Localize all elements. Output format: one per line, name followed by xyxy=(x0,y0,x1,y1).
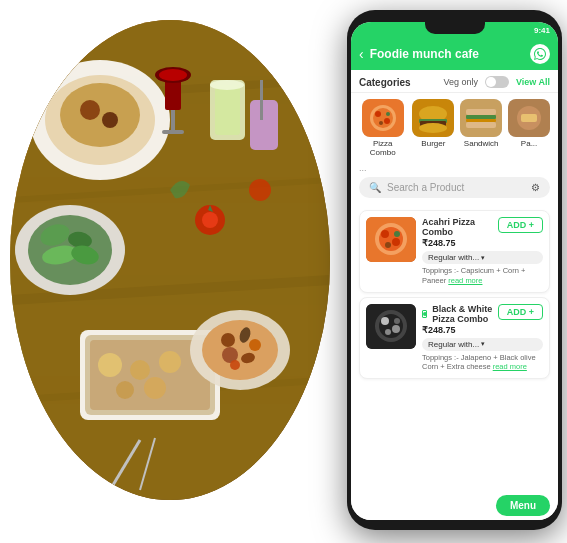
category-item-pizza[interactable]: Pizza Combo xyxy=(359,99,406,157)
svg-point-46 xyxy=(249,179,271,201)
svg-rect-60 xyxy=(466,109,496,115)
svg-rect-41 xyxy=(260,80,263,120)
phone-screen: 9:41 ‹ Foodie munch cafe Categories Veg … xyxy=(351,22,558,520)
food-image xyxy=(10,20,330,500)
product-row-1: Acahri Pizza Combo ADD + ₹248.75 Regular… xyxy=(366,217,543,286)
svg-point-24 xyxy=(98,353,122,377)
svg-point-70 xyxy=(381,230,389,238)
svg-point-39 xyxy=(210,80,244,90)
more-categories-indicator: ... xyxy=(351,163,558,173)
svg-rect-38 xyxy=(215,85,240,135)
category-img-other xyxy=(508,99,550,137)
svg-point-78 xyxy=(392,325,400,333)
svg-point-33 xyxy=(249,339,261,351)
categories-label: Categories xyxy=(359,77,411,88)
phone-mockup: 9:41 ‹ Foodie munch cafe Categories Veg … xyxy=(347,10,562,530)
svg-point-36 xyxy=(230,360,240,370)
product-name-2: Black & White Pizza Combo xyxy=(432,304,497,324)
search-bar[interactable]: 🔍 Search a Product ⚙ xyxy=(359,177,550,198)
read-more-1[interactable]: read more xyxy=(448,276,482,285)
svg-rect-20 xyxy=(162,130,184,134)
svg-point-28 xyxy=(144,377,166,399)
phone-notch xyxy=(425,22,485,34)
whatsapp-icon[interactable] xyxy=(530,44,550,64)
dropdown-arrow-2: ▾ xyxy=(481,340,485,348)
svg-point-30 xyxy=(202,320,278,380)
search-input[interactable]: Search a Product xyxy=(387,182,525,193)
veg-only-toggle[interactable] xyxy=(485,76,509,88)
search-icon: 🔍 xyxy=(369,182,381,193)
svg-point-69 xyxy=(379,227,403,251)
svg-point-51 xyxy=(384,118,390,124)
svg-rect-62 xyxy=(466,119,496,122)
category-item-sandwich[interactable]: Sandwich xyxy=(460,99,502,157)
svg-point-71 xyxy=(392,238,400,246)
svg-point-79 xyxy=(385,329,391,335)
categories-bar: Categories Veg only View All xyxy=(351,70,558,93)
svg-point-50 xyxy=(375,111,381,117)
variant-label-2: Regular with... xyxy=(428,340,479,349)
svg-point-9 xyxy=(102,112,118,128)
veg-indicator-2 xyxy=(422,310,427,318)
svg-point-58 xyxy=(419,123,447,133)
svg-point-31 xyxy=(221,333,235,347)
read-more-2[interactable]: read more xyxy=(493,362,527,371)
filter-icon[interactable]: ⚙ xyxy=(531,182,540,193)
svg-point-45 xyxy=(202,212,218,228)
svg-point-73 xyxy=(394,231,400,237)
svg-point-80 xyxy=(394,318,400,324)
product-info-2: Black & White Pizza Combo ADD + ₹248.75 … xyxy=(422,304,543,373)
variant-dropdown-2[interactable]: Regular with... ▾ xyxy=(422,338,543,351)
svg-point-8 xyxy=(80,100,100,120)
content-area: Categories Veg only View All xyxy=(351,70,558,520)
product-info-1: Acahri Pizza Combo ADD + ₹248.75 Regular… xyxy=(422,217,543,286)
svg-point-27 xyxy=(116,381,134,399)
product-img-1 xyxy=(366,217,416,262)
category-img-pizza xyxy=(362,99,404,137)
category-label-burger: Burger xyxy=(421,139,445,148)
category-label-sandwich: Sandwich xyxy=(464,139,499,148)
veg-only-label: Veg only xyxy=(443,77,478,87)
variant-label-1: Regular with... xyxy=(428,253,479,262)
svg-rect-40 xyxy=(250,100,278,150)
products-list: Acahri Pizza Combo ADD + ₹248.75 Regular… xyxy=(351,202,558,491)
product-img-2 xyxy=(366,304,416,349)
svg-point-76 xyxy=(379,314,403,338)
category-item-other[interactable]: Pa... xyxy=(508,99,550,157)
food-background-circle xyxy=(10,20,330,500)
product-row-2: Black & White Pizza Combo ADD + ₹248.75 … xyxy=(366,304,543,373)
product-card-1: Acahri Pizza Combo ADD + ₹248.75 Regular… xyxy=(359,210,550,293)
svg-point-18 xyxy=(159,69,187,81)
add-button-2[interactable]: ADD + xyxy=(498,304,543,320)
menu-button[interactable]: Menu xyxy=(496,495,550,516)
product-price-1: ₹248.75 xyxy=(422,238,543,248)
category-item-burger[interactable]: Burger xyxy=(412,99,454,157)
product-top-1: Acahri Pizza Combo ADD + xyxy=(422,217,543,238)
app-title: Foodie munch cafe xyxy=(370,47,524,61)
svg-point-7 xyxy=(60,83,140,147)
product-price-2: ₹248.75 xyxy=(422,325,543,335)
app-header: ‹ Foodie munch cafe xyxy=(351,38,558,70)
svg-rect-19 xyxy=(171,110,175,130)
category-label-other: Pa... xyxy=(521,139,537,148)
menu-button-wrap: Menu xyxy=(351,491,558,520)
category-row: Pizza Combo xyxy=(351,93,558,163)
svg-point-52 xyxy=(379,121,383,125)
dropdown-arrow-1: ▾ xyxy=(481,254,485,262)
toppings-text-2: Toppings :- Jalapeno + Black olive Corn … xyxy=(422,353,543,373)
svg-point-49 xyxy=(373,108,393,128)
product-card-2: Black & White Pizza Combo ADD + ₹248.75 … xyxy=(359,297,550,380)
svg-point-53 xyxy=(386,112,390,116)
toppings-text-1: Toppings :- Capsicum + Corn + Paneer rea… xyxy=(422,266,543,286)
category-img-burger xyxy=(412,99,454,137)
svg-rect-61 xyxy=(466,115,496,119)
view-all-link[interactable]: View All xyxy=(516,77,550,87)
category-img-sandwich xyxy=(460,99,502,137)
svg-point-77 xyxy=(381,317,389,325)
product-top-2: Black & White Pizza Combo ADD + xyxy=(422,304,543,325)
product-name-1: Acahri Pizza Combo xyxy=(422,217,498,237)
add-button-1[interactable]: ADD + xyxy=(498,217,543,233)
variant-dropdown-1[interactable]: Regular with... ▾ xyxy=(422,251,543,264)
svg-point-72 xyxy=(385,242,391,248)
back-button[interactable]: ‹ xyxy=(359,46,364,62)
